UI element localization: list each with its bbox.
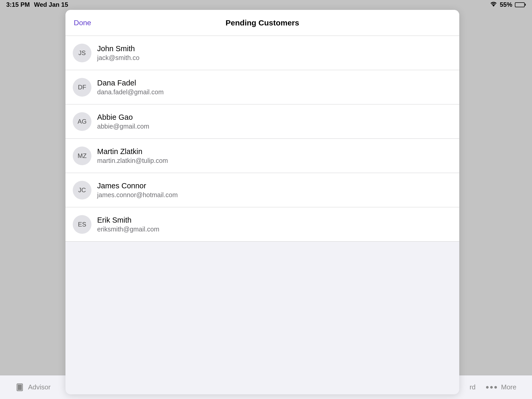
pending-customers-modal: Done Pending Customers JSJohn Smithjack@… <box>65 10 459 394</box>
avatar: ES <box>73 215 91 234</box>
toolbar-more-label: More <box>501 383 516 391</box>
customer-name: Dana Fadel <box>97 79 164 87</box>
customer-name: Martin Zlatkin <box>97 147 168 156</box>
status-left: 3:15 PM Wed Jan 15 <box>6 1 68 8</box>
avatar: MZ <box>73 147 91 165</box>
customer-name: Abbie Gao <box>97 113 149 122</box>
avatar: DF <box>73 78 91 97</box>
modal-title: Pending Customers <box>65 18 459 27</box>
status-time: 3:15 PM <box>6 1 30 8</box>
battery-icon <box>515 2 526 7</box>
battery-percent: 55% <box>500 1 512 8</box>
customer-name: Erik Smith <box>97 216 159 224</box>
customer-email: james.connor@hotmail.com <box>97 191 178 199</box>
status-right: 55% <box>490 1 526 8</box>
customer-info: John Smithjack@smith.co <box>97 44 139 62</box>
customer-email: jack@smith.co <box>97 54 139 62</box>
toolbar-advisor-label: Advisor <box>28 383 51 391</box>
list-item[interactable]: JCJames Connorjames.connor@hotmail.com <box>65 173 459 207</box>
modal-header: Done Pending Customers <box>65 10 459 36</box>
list-item[interactable]: JSJohn Smithjack@smith.co <box>65 36 459 70</box>
list-item[interactable]: MZMartin Zlatkinmartin.zlatkin@tulip.com <box>65 139 459 173</box>
more-icon <box>486 386 497 389</box>
customer-email: dana.fadel@gmail.com <box>97 88 164 96</box>
customer-email: eriksmith@gmail.com <box>97 225 159 233</box>
toolbar-item-more[interactable]: More <box>486 383 516 391</box>
customer-name: John Smith <box>97 44 139 53</box>
status-date: Wed Jan 15 <box>34 1 68 8</box>
tablet-icon <box>16 383 24 391</box>
customer-email: martin.zlatkin@tulip.com <box>97 157 168 164</box>
list-item[interactable]: ESErik Smitheriksmith@gmail.com <box>65 207 459 242</box>
avatar: JS <box>73 44 91 62</box>
wifi-icon <box>490 1 497 8</box>
list-item[interactable]: DFDana Fadeldana.fadel@gmail.com <box>65 70 459 104</box>
customer-list: JSJohn Smithjack@smith.coDFDana Fadeldan… <box>65 36 459 242</box>
toolbar-partial-label: rd <box>470 383 476 391</box>
customer-info: Dana Fadeldana.fadel@gmail.com <box>97 79 164 96</box>
customer-info: Abbie Gaoabbie@gmail.com <box>97 113 149 130</box>
avatar: JC <box>73 181 91 200</box>
toolbar-item-advisor[interactable]: Advisor <box>16 383 51 391</box>
status-bar: 3:15 PM Wed Jan 15 55% <box>0 0 532 9</box>
customer-info: Erik Smitheriksmith@gmail.com <box>97 216 159 233</box>
customer-info: James Connorjames.connor@hotmail.com <box>97 182 178 199</box>
svg-rect-1 <box>18 385 21 390</box>
customer-email: abbie@gmail.com <box>97 123 149 130</box>
list-item[interactable]: AGAbbie Gaoabbie@gmail.com <box>65 104 459 139</box>
done-button[interactable]: Done <box>74 19 91 27</box>
avatar: AG <box>73 112 91 131</box>
customer-info: Martin Zlatkinmartin.zlatkin@tulip.com <box>97 147 168 164</box>
customer-name: James Connor <box>97 182 178 190</box>
